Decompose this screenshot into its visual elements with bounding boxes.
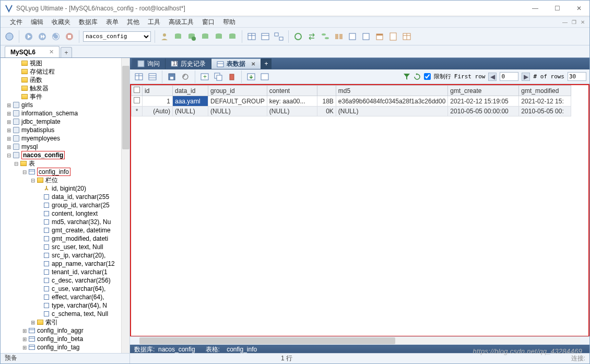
prev-page-icon[interactable]: ◀ — [488, 73, 497, 81]
delete-row-icon[interactable] — [226, 71, 238, 83]
tab-history[interactable]: 18历史记录 — [166, 58, 211, 69]
rows-input[interactable] — [568, 72, 586, 81]
tree-column[interactable]: gmt_create, datetime — [1, 226, 129, 234]
tree-tables-folder[interactable]: ⊟表 — [1, 159, 129, 168]
tree-column[interactable]: c_use, varchar(64), — [1, 285, 129, 293]
connection-tab-mysql6[interactable]: MySQL6 ✕ — [5, 46, 60, 57]
tree-table[interactable]: ⊞config_info_aggr — [1, 326, 129, 335]
schedule-icon[interactable] — [374, 31, 385, 42]
form-view-icon[interactable] — [147, 71, 158, 83]
mdi-minimize-icon[interactable]: — — [561, 19, 569, 25]
maximize-button[interactable]: ☐ — [551, 5, 563, 12]
tree-folder[interactable]: 存储过程 — [1, 67, 129, 76]
execute-all-icon[interactable] — [37, 31, 48, 42]
sync-green-icon[interactable] — [292, 31, 304, 42]
tree-column[interactable]: type, varchar(64), N — [1, 301, 129, 310]
export-icon[interactable] — [360, 31, 372, 42]
copy-grid-icon[interactable] — [259, 71, 270, 83]
filter-icon[interactable] — [403, 73, 410, 80]
sidebar-scrollbar[interactable] — [121, 58, 129, 354]
tab-add[interactable]: + — [261, 58, 272, 69]
tree-table[interactable]: ⊞config_info_beta — [1, 335, 129, 343]
import-icon[interactable] — [347, 31, 358, 42]
sync-arrow-icon[interactable] — [306, 31, 317, 42]
tree-column[interactable]: src_user, text, Null — [1, 243, 129, 251]
tree-table-active[interactable]: ⊟config_info — [1, 168, 129, 176]
cancel-icon[interactable] — [180, 71, 191, 83]
tab-query[interactable]: 询问 — [132, 58, 166, 69]
tree-column[interactable]: app_name, varchar(12 — [1, 260, 129, 268]
db-sync-icon[interactable] — [186, 31, 197, 42]
tree-column[interactable]: c_schema, text, Null — [1, 310, 129, 318]
tree-column[interactable]: data_id, varchar(255 — [1, 193, 129, 201]
execute-icon[interactable] — [23, 31, 34, 42]
refresh-grid-icon[interactable] — [414, 73, 421, 80]
tree-column[interactable]: content, longtext — [1, 209, 129, 218]
tree-column[interactable]: id, bigint(20) — [1, 184, 129, 193]
menu-window[interactable]: 窗口 — [198, 18, 219, 27]
tree-folder[interactable]: 函数 — [1, 76, 129, 84]
tree-table[interactable]: ⊞config_info_tag — [1, 343, 129, 351]
table-icon[interactable] — [246, 31, 257, 42]
db-green-icon[interactable] — [172, 31, 184, 42]
table-relation-icon[interactable] — [273, 31, 285, 42]
tree-folder[interactable]: 事件 — [1, 92, 129, 101]
tree-db[interactable]: ⊞mysql — [1, 143, 129, 151]
grid-h-scrollbar[interactable] — [130, 336, 589, 345]
tree-column[interactable]: gmt_modified, dateti — [1, 234, 129, 243]
menu-file[interactable]: 文件 — [6, 18, 27, 27]
db-schedule-icon[interactable] — [227, 31, 238, 42]
tree-columns-folder[interactable]: ⊟栏位 — [1, 176, 129, 184]
duplicate-row-icon[interactable] — [213, 71, 224, 83]
close-button[interactable]: ✕ — [573, 5, 585, 12]
tab-close-icon[interactable]: ✕ — [251, 61, 255, 67]
table-edit-icon[interactable] — [259, 31, 271, 42]
menu-advanced[interactable]: 高级工具 — [164, 18, 198, 27]
col-group-id[interactable]: group_id — [208, 86, 267, 96]
col-gmt-modified[interactable]: gmt_modified — [519, 86, 571, 96]
table-row[interactable]: 1 aaa.yaml DEFAULT_GROUP key: aaa00... 1… — [132, 96, 571, 107]
sync-db-icon[interactable] — [320, 31, 331, 42]
tree-db[interactable]: ⊞myemployees — [1, 134, 129, 143]
tree-index-folder[interactable]: ⊞索引 — [1, 318, 129, 326]
menu-table[interactable]: 表单 — [102, 18, 123, 27]
stop-icon[interactable] — [64, 31, 75, 42]
menu-tools[interactable]: 工具 — [144, 18, 164, 27]
connection-tab-close-icon[interactable]: ✕ — [49, 49, 54, 55]
col-data-id[interactable]: data_id — [173, 86, 208, 96]
insert-row-icon[interactable]: + — [199, 71, 210, 83]
tree-folder[interactable]: 触发器 — [1, 84, 129, 92]
tree-db[interactable]: ⊞information_schema — [1, 109, 129, 118]
grid-orange-icon[interactable] — [401, 31, 412, 42]
sync-compare-icon[interactable] — [333, 31, 345, 42]
tree-column[interactable]: group_id, varchar(25 — [1, 201, 129, 209]
user-icon[interactable] — [159, 31, 170, 42]
menu-edit[interactable]: 编辑 — [27, 18, 48, 27]
grid-view-icon[interactable] — [133, 71, 145, 83]
tree-db[interactable]: ⊞girls — [1, 101, 129, 109]
tree-db-active[interactable]: ⊟nacos_config — [1, 151, 129, 159]
tree-db[interactable]: ⊞mybatisplus — [1, 126, 129, 134]
mdi-restore-icon[interactable]: ❐ — [570, 19, 578, 25]
db-import-icon[interactable] — [213, 31, 225, 42]
next-page-icon[interactable]: ▶ — [522, 73, 530, 81]
table-row[interactable]: * (Auto) (NULL) (NULL) (NULL) 0K (NULL) … — [132, 107, 571, 116]
export-grid-icon[interactable] — [245, 71, 257, 83]
col-md5[interactable]: md5 — [336, 86, 448, 96]
col-gmt-create[interactable]: gmt_create — [448, 86, 519, 96]
tree-db[interactable]: ⊞jdbc_template — [1, 118, 129, 126]
menu-database[interactable]: 数据库 — [75, 18, 102, 27]
database-select[interactable]: nacos_config — [83, 31, 151, 42]
new-connection-icon[interactable] — [4, 31, 15, 42]
tab-table-data[interactable]: 表数据✕ — [211, 58, 261, 69]
refresh-icon[interactable] — [50, 31, 62, 42]
tree-column[interactable]: md5, varchar(32), Nu — [1, 218, 129, 226]
tree-column[interactable]: effect, varchar(64), — [1, 293, 129, 301]
db-export-icon[interactable] — [199, 31, 211, 42]
col-content[interactable]: content — [267, 86, 317, 96]
tree-folder[interactable]: 视图 — [1, 59, 129, 67]
tree-column[interactable]: c_desc, varchar(256) — [1, 276, 129, 285]
minimize-button[interactable]: — — [529, 5, 541, 12]
row-header[interactable] — [132, 86, 143, 96]
mdi-close-icon[interactable]: ✕ — [579, 19, 586, 25]
